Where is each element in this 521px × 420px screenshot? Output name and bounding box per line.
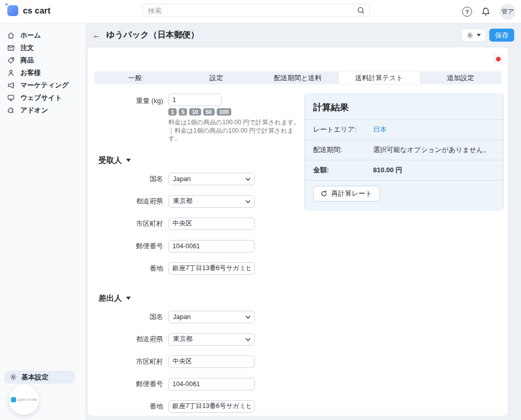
weight-preset-button[interactable]: 5	[179, 108, 187, 116]
tab-general[interactable]: 一般	[94, 71, 176, 84]
cscart-logo-icon	[7, 5, 18, 16]
store-logo-icon	[11, 397, 16, 402]
select-value: Japan	[173, 313, 191, 321]
orders-icon	[7, 44, 15, 52]
home-icon	[7, 31, 15, 40]
sidebar-nav: ホーム 注文 商品 お客様	[0, 23, 85, 117]
gear-icon	[466, 32, 474, 39]
topbar: cs cart ? 管ア	[0, 0, 521, 23]
sidebar-item-label: 商品	[20, 56, 34, 65]
main-area: ← ゆうパック（日本郵便） 保存 一般 設定 配送期間と送料 送料計算テスト 追…	[86, 23, 521, 420]
rate-area-row: レートエリア: 日本	[305, 119, 503, 139]
sidebar-item-website[interactable]: ウェブサイト	[7, 92, 85, 104]
weight-preset-button[interactable]: 1	[168, 108, 177, 116]
recipient-country-select[interactable]: Japan	[168, 173, 255, 185]
recipient-address-input[interactable]	[168, 262, 255, 275]
tab-shipping-time-rates[interactable]: 配送期間と送料	[257, 71, 338, 84]
sidebar-item-addons[interactable]: アドオン	[7, 104, 85, 117]
puzzle-icon	[7, 106, 15, 114]
search-icon[interactable]	[357, 6, 365, 15]
section-title: 差出人	[98, 294, 122, 303]
calculation-result-panel: 計算結果 レートエリア: 日本 配送期間: 選択可能なオプションがありません。 …	[304, 94, 504, 210]
sender-address-input[interactable]	[168, 400, 255, 413]
weight-label: 重量 (kg)	[88, 94, 168, 106]
delivery-time-row: 配送期間: 選択可能なオプションがありません。	[305, 139, 503, 160]
page-title: ゆうパック（日本郵便）	[106, 30, 199, 41]
field-label: 郵便番号	[88, 241, 168, 251]
field-label: 番地	[88, 264, 168, 273]
topbar-actions: ? 管ア	[462, 0, 516, 23]
weight-controls: 1 5 10 50 100 料金は1個の商品の100.00 円で計算されます。 …	[168, 94, 304, 143]
monitor-icon	[7, 94, 15, 102]
recipient-city-input[interactable]	[168, 218, 255, 230]
field-label: 都道府県	[88, 197, 168, 206]
sender-city-input[interactable]	[168, 355, 255, 368]
recipient-address-row: 番地	[88, 262, 508, 275]
sender-state-select[interactable]: 東京都	[168, 333, 255, 346]
global-search	[142, 4, 370, 17]
recipient-zipcode-input[interactable]	[168, 240, 255, 252]
notifications-bell-icon[interactable]	[481, 7, 491, 17]
settings-label: 基本設定	[21, 373, 48, 382]
store-logo[interactable]: DEMO STORE	[9, 385, 39, 415]
field-label: 番地	[88, 402, 168, 411]
recalculate-rates-button[interactable]: 再計算レート	[313, 186, 380, 201]
weight-input[interactable]	[168, 94, 221, 106]
field-label: 市区町村	[88, 357, 168, 366]
amount-row: 金額: 810.00 円	[305, 160, 503, 180]
amount-label: 金額:	[313, 166, 373, 175]
cscart-logo[interactable]: cs cart	[7, 5, 51, 16]
sender-city-row: 市区町村	[88, 355, 508, 368]
sidebar-item-orders[interactable]: 注文	[7, 42, 85, 54]
field-label: 市区町村	[88, 219, 168, 228]
sender-section-header[interactable]: 差出人	[98, 294, 508, 303]
sidebar-item-label: お客様	[20, 68, 41, 78]
search-input[interactable]	[142, 4, 370, 17]
sidebar-item-customers[interactable]: お客様	[7, 67, 85, 79]
page-header: ← ゆうパック（日本郵便） 保存	[86, 23, 521, 47]
tag-icon	[7, 56, 15, 65]
weight-preset-button[interactable]: 50	[203, 108, 215, 116]
sidebar-item-label: マーケティング	[20, 81, 69, 90]
field-label: 都道府県	[88, 335, 168, 344]
sidebar: ホーム 注文 商品 お客様	[0, 23, 86, 420]
chevron-down-icon	[477, 34, 481, 36]
tab-additional-settings[interactable]: 追加設定	[420, 71, 501, 84]
weight-presets: 1 5 10 50 100	[168, 108, 304, 116]
store-name: DEMO STORE	[18, 398, 38, 401]
weight-preset-button[interactable]: 10	[189, 108, 201, 116]
recipient-zipcode-row: 郵便番号	[88, 240, 508, 252]
weight-preset-button[interactable]: 100	[217, 108, 231, 116]
customers-icon	[7, 69, 15, 77]
user-avatar[interactable]: 管ア	[500, 4, 516, 20]
sidebar-item-label: アドオン	[20, 106, 48, 115]
panel-actions: 再計算レート	[305, 180, 503, 210]
rate-area-link[interactable]: 日本	[373, 125, 387, 134]
amount-value: 810.00 円	[373, 166, 402, 175]
recipient-state-select[interactable]: 東京都	[168, 195, 255, 208]
caret-down-icon	[126, 297, 131, 300]
tab-rate-calculation-test[interactable]: 送料計算テスト	[339, 71, 420, 84]
sidebar-item-products[interactable]: 商品	[7, 54, 85, 67]
back-arrow-icon[interactable]: ←	[90, 30, 103, 41]
sidebar-item-home[interactable]: ホーム	[7, 29, 85, 42]
language-flag-japan-icon[interactable]	[493, 54, 503, 63]
refresh-icon	[320, 190, 328, 197]
tab-configure[interactable]: 設定	[176, 71, 257, 84]
sidebar-item-settings[interactable]: 基本設定	[4, 371, 75, 384]
sender-zipcode-input[interactable]	[168, 378, 255, 390]
sender-zipcode-row: 郵便番号	[88, 378, 508, 390]
caret-down-icon	[126, 159, 131, 162]
sidebar-item-label: ウェブサイト	[20, 93, 62, 103]
sender-country-select[interactable]: Japan	[168, 311, 255, 323]
sender-state-row: 都道府県 東京都	[88, 333, 508, 346]
delivery-time-value: 選択可能なオプションがありません。	[373, 145, 490, 155]
help-icon[interactable]: ?	[462, 7, 472, 17]
field-label: 国名	[88, 312, 168, 322]
sidebar-item-marketing[interactable]: マーケティング	[7, 79, 85, 92]
sender-country-row: 国名 Japan	[88, 311, 508, 323]
recalculate-label: 再計算レート	[331, 189, 373, 198]
save-button[interactable]: 保存	[489, 29, 514, 42]
recipient-city-row: 市区町村	[88, 218, 508, 230]
settings-dropdown-button[interactable]	[461, 29, 486, 42]
